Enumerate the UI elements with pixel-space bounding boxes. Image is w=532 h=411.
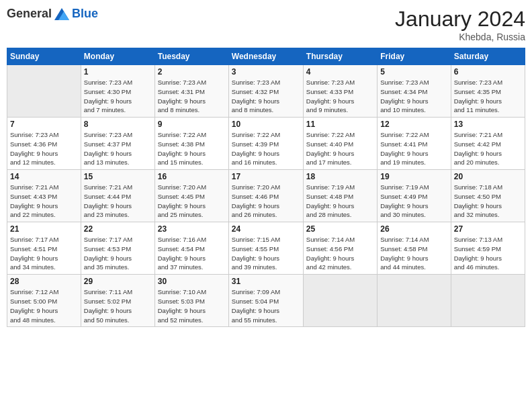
page-header: General Blue January 2024 Khebda, Russia — [7, 7, 525, 42]
day-number: 6 — [454, 67, 522, 77]
day-info: Sunrise: 7:19 AMSunset: 4:49 PMDaylight:… — [380, 183, 447, 220]
day-cell: 23Sunrise: 7:16 AMSunset: 4:54 PMDayligh… — [154, 222, 228, 275]
week-row-4: 28Sunrise: 7:12 AMSunset: 5:00 PMDayligh… — [7, 275, 525, 327]
month-title: January 2024 — [395, 7, 525, 32]
title-block: January 2024 Khebda, Russia — [395, 7, 525, 42]
day-cell: 14Sunrise: 7:21 AMSunset: 4:43 PMDayligh… — [7, 170, 81, 222]
day-number: 2 — [158, 67, 226, 77]
column-header-sunday: Sunday — [7, 48, 81, 65]
day-number: 24 — [232, 224, 300, 234]
day-info: Sunrise: 7:18 AMSunset: 4:50 PMDaylight:… — [454, 183, 522, 220]
day-cell: 5Sunrise: 7:23 AMSunset: 4:34 PMDaylight… — [378, 65, 451, 118]
day-info: Sunrise: 7:17 AMSunset: 4:53 PMDaylight:… — [84, 235, 152, 272]
calendar-table: SundayMondayTuesdayWednesdayThursdayFrid… — [7, 48, 525, 327]
day-cell: 15Sunrise: 7:21 AMSunset: 4:44 PMDayligh… — [81, 170, 154, 222]
day-info: Sunrise: 7:21 AMSunset: 4:43 PMDaylight:… — [10, 183, 78, 220]
day-cell: 21Sunrise: 7:17 AMSunset: 4:51 PMDayligh… — [7, 222, 81, 275]
day-info: Sunrise: 7:23 AMSunset: 4:33 PMDaylight:… — [306, 78, 374, 115]
day-cell: 25Sunrise: 7:14 AMSunset: 4:56 PMDayligh… — [303, 222, 377, 275]
day-number: 15 — [84, 172, 152, 181]
day-info: Sunrise: 7:16 AMSunset: 4:54 PMDaylight:… — [158, 235, 226, 272]
column-header-tuesday: Tuesday — [154, 48, 228, 65]
column-header-wednesday: Wednesday — [228, 48, 303, 65]
day-info: Sunrise: 7:23 AMSunset: 4:37 PMDaylight:… — [84, 130, 152, 167]
day-cell: 3Sunrise: 7:23 AMSunset: 4:32 PMDaylight… — [228, 65, 303, 118]
day-cell: 4Sunrise: 7:23 AMSunset: 4:33 PMDaylight… — [303, 65, 377, 118]
day-cell: 31Sunrise: 7:09 AMSunset: 5:04 PMDayligh… — [228, 275, 303, 327]
day-cell — [303, 275, 377, 327]
day-number: 1 — [84, 67, 152, 77]
day-number: 5 — [380, 67, 447, 77]
day-cell: 22Sunrise: 7:17 AMSunset: 4:53 PMDayligh… — [81, 222, 154, 275]
header-row: SundayMondayTuesdayWednesdayThursdayFrid… — [7, 48, 525, 65]
day-info: Sunrise: 7:12 AMSunset: 5:00 PMDaylight:… — [10, 287, 78, 324]
day-number: 11 — [306, 120, 374, 129]
logo-blue: Blue — [72, 7, 98, 21]
day-cell: 20Sunrise: 7:18 AMSunset: 4:50 PMDayligh… — [451, 170, 525, 222]
day-info: Sunrise: 7:17 AMSunset: 4:51 PMDaylight:… — [10, 235, 78, 272]
week-row-2: 14Sunrise: 7:21 AMSunset: 4:43 PMDayligh… — [7, 170, 525, 222]
day-number: 20 — [454, 172, 522, 181]
day-number: 19 — [380, 172, 447, 181]
day-cell: 13Sunrise: 7:21 AMSunset: 4:42 PMDayligh… — [451, 118, 525, 170]
day-info: Sunrise: 7:10 AMSunset: 5:03 PMDaylight:… — [158, 287, 226, 324]
day-cell: 27Sunrise: 7:13 AMSunset: 4:59 PMDayligh… — [451, 222, 525, 275]
day-info: Sunrise: 7:20 AMSunset: 4:45 PMDaylight:… — [158, 183, 226, 220]
day-cell: 19Sunrise: 7:19 AMSunset: 4:49 PMDayligh… — [378, 170, 451, 222]
column-header-monday: Monday — [81, 48, 154, 65]
day-info: Sunrise: 7:23 AMSunset: 4:30 PMDaylight:… — [84, 78, 152, 115]
day-info: Sunrise: 7:23 AMSunset: 4:35 PMDaylight:… — [454, 78, 522, 115]
week-row-0: 1Sunrise: 7:23 AMSunset: 4:30 PMDaylight… — [7, 65, 525, 118]
day-number: 31 — [232, 277, 300, 286]
calendar-header: SundayMondayTuesdayWednesdayThursdayFrid… — [7, 48, 525, 65]
day-number: 28 — [10, 277, 78, 286]
day-info: Sunrise: 7:14 AMSunset: 4:58 PMDaylight:… — [380, 235, 447, 272]
column-header-friday: Friday — [378, 48, 451, 65]
day-number: 8 — [84, 120, 152, 129]
day-number: 16 — [158, 172, 226, 181]
day-info: Sunrise: 7:09 AMSunset: 5:04 PMDaylight:… — [232, 287, 300, 324]
day-cell: 16Sunrise: 7:20 AMSunset: 4:45 PMDayligh… — [154, 170, 228, 222]
day-number: 14 — [10, 172, 78, 181]
day-number: 12 — [380, 120, 447, 129]
logo-general: General — [7, 7, 52, 21]
day-cell: 11Sunrise: 7:22 AMSunset: 4:40 PMDayligh… — [303, 118, 377, 170]
day-info: Sunrise: 7:21 AMSunset: 4:42 PMDaylight:… — [454, 130, 522, 167]
calendar-body: 1Sunrise: 7:23 AMSunset: 4:30 PMDaylight… — [7, 65, 525, 327]
day-info: Sunrise: 7:21 AMSunset: 4:44 PMDaylight:… — [84, 183, 152, 220]
day-info: Sunrise: 7:23 AMSunset: 4:36 PMDaylight:… — [10, 130, 78, 167]
day-number: 18 — [306, 172, 374, 181]
day-cell: 17Sunrise: 7:20 AMSunset: 4:46 PMDayligh… — [228, 170, 303, 222]
day-cell: 30Sunrise: 7:10 AMSunset: 5:03 PMDayligh… — [154, 275, 228, 327]
day-info: Sunrise: 7:23 AMSunset: 4:31 PMDaylight:… — [158, 78, 226, 115]
day-number: 21 — [10, 224, 78, 234]
logo: General Blue — [7, 7, 98, 21]
day-info: Sunrise: 7:20 AMSunset: 4:46 PMDaylight:… — [232, 183, 300, 220]
column-header-saturday: Saturday — [451, 48, 525, 65]
day-number: 29 — [84, 277, 152, 286]
day-number: 25 — [306, 224, 374, 234]
day-info: Sunrise: 7:22 AMSunset: 4:39 PMDaylight:… — [232, 130, 300, 167]
day-number: 7 — [10, 120, 78, 129]
day-number: 3 — [232, 67, 300, 77]
day-number: 26 — [380, 224, 447, 234]
column-header-thursday: Thursday — [303, 48, 377, 65]
day-info: Sunrise: 7:23 AMSunset: 4:32 PMDaylight:… — [232, 78, 300, 115]
day-cell: 26Sunrise: 7:14 AMSunset: 4:58 PMDayligh… — [378, 222, 451, 275]
day-cell — [451, 275, 525, 327]
week-row-1: 7Sunrise: 7:23 AMSunset: 4:36 PMDaylight… — [7, 118, 525, 170]
day-info: Sunrise: 7:15 AMSunset: 4:55 PMDaylight:… — [232, 235, 300, 272]
day-cell: 28Sunrise: 7:12 AMSunset: 5:00 PMDayligh… — [7, 275, 81, 327]
day-info: Sunrise: 7:23 AMSunset: 4:34 PMDaylight:… — [380, 78, 447, 115]
day-cell — [378, 275, 451, 327]
day-number: 10 — [232, 120, 300, 129]
day-info: Sunrise: 7:22 AMSunset: 4:40 PMDaylight:… — [306, 130, 374, 167]
week-row-3: 21Sunrise: 7:17 AMSunset: 4:51 PMDayligh… — [7, 222, 525, 275]
day-cell: 7Sunrise: 7:23 AMSunset: 4:36 PMDaylight… — [7, 118, 81, 170]
day-number: 23 — [158, 224, 226, 234]
day-info: Sunrise: 7:13 AMSunset: 4:59 PMDaylight:… — [454, 235, 522, 272]
day-cell: 2Sunrise: 7:23 AMSunset: 4:31 PMDaylight… — [154, 65, 228, 118]
day-cell: 12Sunrise: 7:22 AMSunset: 4:41 PMDayligh… — [378, 118, 451, 170]
day-info: Sunrise: 7:11 AMSunset: 5:02 PMDaylight:… — [84, 287, 152, 324]
day-cell: 29Sunrise: 7:11 AMSunset: 5:02 PMDayligh… — [81, 275, 154, 327]
